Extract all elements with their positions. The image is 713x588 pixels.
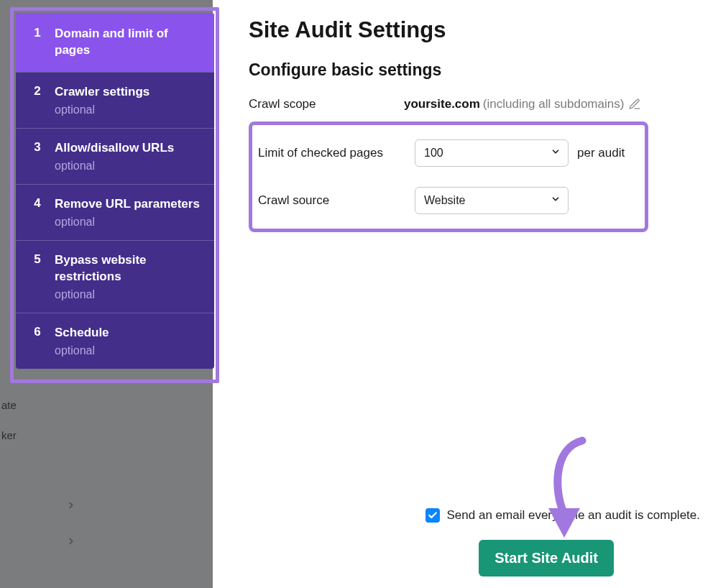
email-checkbox[interactable] — [426, 508, 440, 523]
step-optional-label: optional — [55, 104, 201, 116]
step-number: 4 — [27, 196, 47, 211]
step-title: Schedule — [55, 325, 201, 341]
crawl-source-row: Crawl source Website — [258, 183, 639, 219]
page-subtitle: Configure basic settings — [249, 60, 700, 80]
step-number: 6 — [27, 325, 47, 339]
sidebar-step-domain-limit[interactable]: 1 Domain and limit of pages — [16, 13, 214, 72]
step-number: 5 — [27, 252, 47, 267]
chevron-right-icon — [66, 499, 76, 514]
page-title: Site Audit Settings — [249, 17, 700, 43]
email-notification-row: Send an email every time an audit is com… — [426, 508, 700, 523]
step-number: 1 — [27, 26, 47, 40]
crawl-source-value: Website — [424, 194, 466, 207]
crawl-source-label: Crawl source — [258, 193, 415, 208]
limit-pages-value: 100 — [424, 147, 443, 160]
start-site-audit-button[interactable]: Start Site Audit — [479, 540, 614, 576]
crawl-scope-label: Crawl scope — [249, 97, 404, 111]
chevron-down-icon — [551, 194, 561, 207]
step-optional-label: optional — [55, 344, 201, 357]
limit-pages-row: Limit of checked pages 100 per audit — [258, 135, 639, 171]
limit-pages-select[interactable]: 100 — [415, 139, 569, 167]
step-title: Crawler settings — [55, 84, 201, 101]
limit-pages-label: Limit of checked pages — [258, 146, 415, 160]
settings-sidebar: 1 Domain and limit of pages 2 Crawler se… — [16, 13, 214, 369]
step-number: 2 — [27, 84, 47, 98]
crawl-scope-note: (including all subdomains) — [483, 97, 625, 111]
chevron-right-icon — [66, 535, 76, 550]
sidebar-step-remove-url-params[interactable]: 4 Remove URL parameters optional — [16, 184, 214, 240]
step-number: 3 — [27, 140, 47, 155]
sidebar-step-bypass-restrictions[interactable]: 5 Bypass website restrictions optional — [16, 240, 214, 313]
step-title: Bypass website restrictions — [55, 252, 201, 285]
bg-text-stub: ker — [0, 429, 17, 441]
pencil-icon[interactable] — [628, 98, 641, 111]
crawl-scope-row: Crawl scope yoursite.com (including all … — [249, 97, 700, 111]
email-notification-label: Send an email every time an audit is com… — [447, 508, 700, 523]
crawl-source-select[interactable]: Website — [415, 187, 569, 214]
chevron-down-icon — [551, 147, 561, 160]
sidebar-step-crawler-settings[interactable]: 2 Crawler settings optional — [16, 72, 214, 128]
main-content: Site Audit Settings Configure basic sett… — [249, 17, 700, 232]
crawl-scope-value: yoursite.com — [404, 97, 480, 111]
step-title: Allow/disallow URLs — [55, 140, 201, 157]
step-optional-label: optional — [55, 216, 201, 229]
step-title: Domain and limit of pages — [55, 26, 201, 59]
settings-highlight-outline: Limit of checked pages 100 per audit Cra… — [249, 121, 648, 232]
step-title: Remove URL parameters — [55, 196, 201, 213]
step-optional-label: optional — [55, 160, 201, 173]
sidebar-step-schedule[interactable]: 6 Schedule optional — [16, 313, 214, 369]
limit-pages-suffix: per audit — [577, 146, 625, 160]
bg-text-stub: ate — [0, 399, 17, 411]
footer: Send an email every time an audit is com… — [426, 508, 700, 576]
sidebar-step-allow-disallow-urls[interactable]: 3 Allow/disallow URLs optional — [16, 128, 214, 184]
step-optional-label: optional — [55, 288, 201, 301]
